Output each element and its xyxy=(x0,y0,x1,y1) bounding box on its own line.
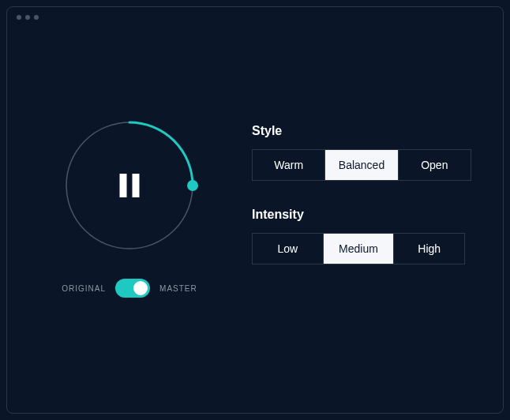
toggle-label-original: ORIGINAL xyxy=(62,284,106,293)
pause-button[interactable] xyxy=(120,174,140,197)
toggle-label-master: MASTER xyxy=(159,284,197,293)
style-option-open[interactable]: Open xyxy=(399,150,471,180)
window-control-dot xyxy=(34,15,39,20)
style-heading: Style xyxy=(252,124,471,138)
style-option-warm[interactable]: Warm xyxy=(253,150,325,180)
app-window: ORIGINAL MASTER Style Warm Balanced Open… xyxy=(6,6,504,414)
intensity-heading: Intensity xyxy=(252,208,471,222)
intensity-option-low[interactable]: Low xyxy=(253,234,324,264)
original-master-toggle[interactable] xyxy=(115,279,150,298)
window-control-dot xyxy=(17,15,21,20)
style-segmented-control: Warm Balanced Open xyxy=(252,149,471,181)
pause-icon xyxy=(133,174,140,197)
svg-point-1 xyxy=(187,180,198,191)
toggle-knob xyxy=(133,281,148,295)
window-control-dot xyxy=(25,15,30,20)
pause-icon xyxy=(120,174,127,197)
titlebar xyxy=(7,7,503,28)
style-option-balanced[interactable]: Balanced xyxy=(325,150,398,180)
intensity-segmented-control: Low Medium High xyxy=(252,233,465,264)
intensity-option-medium[interactable]: Medium xyxy=(324,234,395,264)
intensity-option-high[interactable]: High xyxy=(394,234,464,264)
progress-dial[interactable] xyxy=(58,114,201,257)
